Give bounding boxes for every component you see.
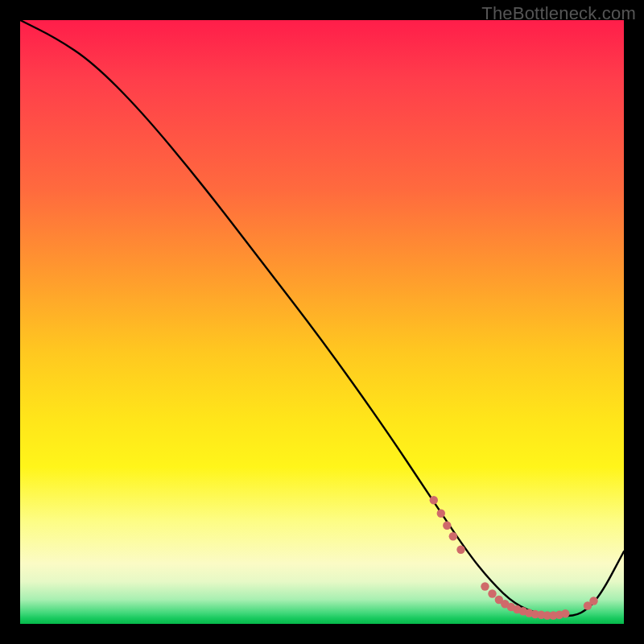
marker-dot xyxy=(449,532,457,540)
marker-dot xyxy=(488,589,496,597)
marker-dot xyxy=(437,510,445,518)
marker-dot xyxy=(456,546,464,554)
marker-dot xyxy=(561,609,569,617)
marker-dot xyxy=(589,597,597,605)
chart-frame: TheBottleneck.com xyxy=(0,0,644,644)
plot-area xyxy=(20,20,624,624)
curve-layer xyxy=(20,20,624,624)
watermark-text: TheBottleneck.com xyxy=(481,3,636,24)
curve-path xyxy=(20,20,624,616)
marker-dot xyxy=(481,582,489,590)
marker-dot xyxy=(430,496,438,504)
marker-dot xyxy=(443,522,451,530)
